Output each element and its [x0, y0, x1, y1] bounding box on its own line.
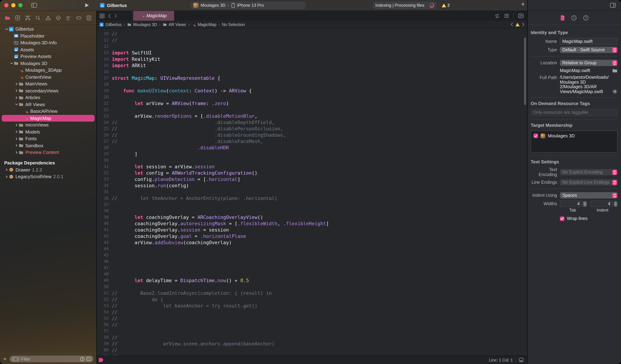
choose-folder-icon[interactable] [612, 69, 618, 73]
line-number[interactable]: 50 [97, 284, 112, 290]
sidebar-item-drawer[interactable]: Drawer1.2.2 [2, 166, 95, 173]
back-chevron-icon[interactable] [108, 14, 111, 18]
toggle-navigator-icon[interactable] [31, 2, 37, 8]
sidebar-item-fonts[interactable]: Fonts [2, 135, 95, 142]
reveal-path-icon[interactable] [612, 89, 618, 94]
filter-field[interactable]: Filter [10, 356, 93, 362]
target-checkbox-icon[interactable] [534, 134, 538, 138]
editor-scrollbar[interactable] [524, 38, 526, 105]
line-number[interactable]: 59 [97, 340, 112, 347]
line-number[interactable]: 43 [97, 239, 112, 246]
run-button[interactable] [85, 3, 89, 8]
line-number[interactable]: 13 [97, 50, 112, 56]
add-tab-button[interactable]: + [519, 1, 527, 8]
dock-bottom-icon[interactable] [519, 358, 524, 362]
line-number[interactable]: 19 [97, 87, 112, 94]
debug-icon[interactable] [66, 15, 71, 20]
line-number[interactable]: 28 [97, 144, 112, 151]
line-number[interactable]: 24 [97, 119, 112, 125]
help-inspector-icon[interactable]: ? [583, 15, 588, 20]
sidebar-item-mainviews[interactable]: MainViews [2, 80, 95, 87]
line-number[interactable]: 34 [97, 182, 112, 189]
line-number[interactable]: 58 [97, 334, 112, 340]
breadcrumb-item[interactable]: No Selection [222, 22, 245, 27]
disclosure-down-icon[interactable] [4, 27, 9, 31]
line-number[interactable]: 25 [97, 125, 112, 132]
sidebar-item-articles[interactable]: Articles [2, 94, 95, 101]
sidebar-item-ar-views[interactable]: AR Views [2, 101, 95, 108]
name-field[interactable]: MagicMap.swift [560, 38, 618, 45]
project-navigator-icon[interactable] [5, 15, 10, 20]
line-number[interactable]: 33 [97, 176, 112, 182]
line-number[interactable]: 26 [97, 132, 112, 138]
line-number[interactable]: 27 [97, 138, 112, 144]
line-number[interactable]: 16 [97, 69, 112, 75]
disclosure-down-icon[interactable] [14, 103, 19, 106]
line-number[interactable]: 45 [97, 252, 112, 258]
scheme-selector[interactable]: Moulages 3D › iPhone 13 Pro [190, 1, 306, 9]
tests-icon[interactable] [55, 15, 61, 20]
disclosure-right-icon[interactable] [14, 89, 19, 93]
add-editor-icon[interactable] [518, 13, 524, 18]
toggle-inspector-icon[interactable] [610, 2, 616, 8]
line-number[interactable]: 38 [97, 208, 112, 214]
code-review-icon[interactable] [495, 14, 500, 18]
line-number[interactable]: 39 [97, 214, 112, 220]
minimize-button[interactable] [11, 3, 16, 7]
sidebar-item-microviews[interactable]: microViews [2, 121, 95, 128]
line-number[interactable]: 54 [97, 309, 112, 315]
sidebar-item-preview-assets[interactable]: Preview Assets [2, 53, 95, 60]
line-number[interactable]: 30 [97, 157, 112, 163]
tab-overview-icon[interactable] [100, 13, 105, 18]
sidebar-item-moulages-3d[interactable]: Moulages 3D [2, 60, 95, 67]
breadcrumb-item[interactable]: MagicMap [198, 22, 216, 27]
disclosure-right-icon[interactable] [14, 96, 19, 99]
breadcrumb-item[interactable]: AR Views [169, 22, 186, 27]
sidebar-item-assets[interactable]: Assets [2, 46, 95, 53]
history-inspector-icon[interactable] [571, 15, 577, 20]
close-button[interactable] [4, 3, 8, 7]
line-number[interactable]: 14 [97, 56, 112, 62]
line-number[interactable]: 57 [97, 328, 112, 334]
line-number[interactable]: 22 [97, 106, 112, 113]
line-number[interactable]: 44 [97, 246, 112, 252]
line-number[interactable]: 32 [97, 170, 112, 176]
tab-magicmap[interactable]: MagicMap [133, 11, 174, 21]
tab-width-field[interactable]: 4 [560, 201, 582, 207]
line-number[interactable]: 56 [97, 321, 112, 328]
indent-using-dropdown[interactable]: Spaces [560, 192, 618, 199]
line-number[interactable]: 51 [97, 290, 112, 296]
disclosure-right-icon[interactable] [14, 151, 19, 154]
line-number[interactable]: 18 [97, 81, 112, 87]
add-file-button[interactable]: + [2, 356, 8, 362]
warning-badge[interactable]: 2 [441, 3, 450, 8]
file-inspector-icon[interactable] [560, 15, 565, 20]
sidebar-item-magicmap[interactable]: MagicMap [2, 115, 95, 121]
type-dropdown[interactable]: Default - Swift Source [560, 47, 618, 53]
source-editor[interactable]: 10//11//1213import SwiftUI14import Reali… [97, 28, 527, 356]
line-number[interactable]: 41 [97, 227, 112, 233]
line-number[interactable]: 15 [97, 62, 112, 69]
line-number[interactable]: 61 [97, 353, 112, 356]
breadcrumb-item[interactable]: Gilbertus [105, 22, 121, 27]
line-number[interactable]: 60 [97, 347, 112, 353]
indent-width-field[interactable]: 4 [590, 201, 612, 207]
wrap-lines-checkbox[interactable] [560, 216, 564, 221]
line-endings-dropdown[interactable]: No Explicit Line Endings [560, 179, 618, 186]
line-number[interactable]: 40 [97, 220, 112, 227]
line-number[interactable]: 35 [97, 189, 112, 195]
sidebar-item-secondaryviews[interactable]: secondaryViews [2, 87, 95, 94]
disclosure-down-icon[interactable] [9, 62, 14, 65]
sidebar-item-placeholder[interactable]: Placeholder [2, 33, 95, 39]
line-number[interactable]: 46 [97, 258, 112, 265]
line-number[interactable]: 20 [97, 94, 112, 100]
sidebar-item-sandbox[interactable]: Sandbox [2, 142, 95, 149]
editor-options-icon[interactable] [504, 14, 509, 18]
target-row[interactable]: Moulages 3D [534, 133, 615, 139]
line-number[interactable]: 36 [97, 195, 112, 201]
line-number[interactable]: 48 [97, 271, 112, 277]
resource-tags-field[interactable]: Only resources are taggable [531, 109, 618, 116]
sidebar-item-moulages-3d-info[interactable]: Moulages-3D-Info [2, 39, 95, 46]
disclosure-right-icon[interactable] [14, 130, 19, 134]
issue-warning-icon[interactable] [515, 22, 520, 27]
